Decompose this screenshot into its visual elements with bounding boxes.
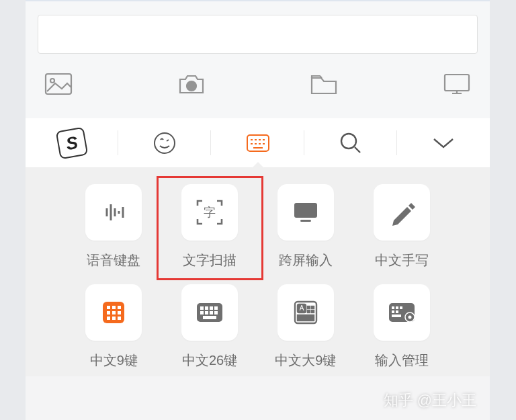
svg-text:A: A — [300, 304, 304, 312]
svg-rect-38 — [298, 319, 314, 321]
option-cross-screen[interactable]: 跨屏输入 — [258, 184, 354, 269]
svg-rect-35 — [308, 310, 310, 312]
sogou-logo-icon: S — [56, 126, 89, 159]
svg-rect-17 — [107, 317, 110, 320]
scan-char-icon: 字 — [181, 184, 238, 241]
option-input-manage[interactable]: 输入管理 — [353, 284, 449, 370]
svg-rect-37 — [298, 315, 314, 317]
svg-rect-40 — [392, 306, 394, 309]
search-tab[interactable] — [304, 118, 397, 167]
keyboard-icon — [246, 131, 270, 155]
grid9-icon — [85, 284, 142, 341]
option-chinese-9key[interactable]: 中文9键 — [66, 284, 162, 370]
svg-rect-43 — [392, 310, 394, 313]
chevron-down-icon — [431, 131, 456, 155]
folder-icon[interactable] — [310, 73, 338, 98]
app-screen: S 语音键盘 字 文字扫描 跨屏输入 中文手写 中文9键 中文26键 A 中文大… — [26, 0, 490, 420]
option-handwriting[interactable]: 中文手写 — [353, 184, 449, 269]
keyboard-icon — [181, 284, 238, 341]
option-text-scan[interactable]: 字 文字扫描 — [162, 184, 258, 269]
attachment-row — [26, 60, 490, 118]
svg-point-47 — [408, 316, 411, 319]
keyboard-tab[interactable] — [211, 118, 304, 167]
search-icon — [339, 131, 363, 155]
svg-rect-27 — [210, 311, 213, 314]
svg-rect-16 — [118, 311, 121, 314]
svg-point-6 — [341, 134, 356, 149]
camera-icon[interactable] — [177, 73, 206, 98]
text-input[interactable] — [38, 15, 478, 54]
svg-rect-33 — [308, 306, 310, 308]
svg-rect-12 — [112, 306, 116, 309]
svg-text:字: 字 — [204, 206, 216, 219]
svg-rect-28 — [214, 311, 218, 314]
svg-rect-45 — [392, 314, 401, 317]
monitor-icon[interactable] — [443, 73, 471, 98]
sogou-tab[interactable]: S — [26, 118, 118, 167]
svg-rect-8 — [294, 203, 317, 218]
svg-rect-18 — [112, 317, 116, 320]
svg-rect-41 — [396, 306, 398, 309]
option-label: 中文手写 — [375, 251, 429, 269]
input-area — [26, 15, 490, 60]
svg-rect-5 — [247, 135, 269, 151]
svg-point-1 — [50, 79, 54, 83]
svg-rect-13 — [118, 306, 121, 309]
option-chinese-big9[interactable]: A 中文大9键 — [258, 284, 354, 370]
ime-toolbar: S — [26, 118, 490, 168]
svg-rect-9 — [300, 220, 311, 222]
option-label: 语音键盘 — [87, 251, 140, 269]
svg-rect-44 — [396, 310, 398, 313]
keyboard-options-panel: 语音键盘 字 文字扫描 跨屏输入 中文手写 中文9键 中文26键 A 中文大9键… — [26, 168, 490, 376]
svg-rect-22 — [205, 306, 208, 310]
svg-rect-11 — [107, 306, 110, 309]
option-label: 跨屏输入 — [279, 251, 333, 269]
svg-rect-15 — [112, 311, 116, 314]
emoji-icon — [153, 131, 177, 155]
svg-rect-24 — [214, 306, 218, 310]
emoji-tab[interactable] — [118, 118, 211, 167]
svg-rect-23 — [210, 306, 213, 310]
svg-rect-26 — [205, 311, 208, 314]
svg-rect-36 — [312, 310, 314, 312]
pen-icon — [374, 184, 430, 241]
svg-rect-34 — [312, 306, 314, 308]
collapse-tab[interactable] — [397, 118, 490, 167]
option-label: 文字扫描 — [183, 251, 236, 269]
svg-rect-29 — [203, 316, 216, 319]
option-chinese-26key[interactable]: 中文26键 — [162, 284, 258, 370]
waveform-icon — [85, 184, 142, 241]
option-label: 输入管理 — [375, 351, 429, 370]
watermark: 知乎 @王小王 — [384, 390, 476, 411]
option-label: 中文9键 — [90, 351, 138, 370]
svg-rect-21 — [200, 306, 204, 310]
svg-rect-42 — [400, 306, 402, 309]
monitor-fill-icon — [277, 184, 334, 241]
svg-point-4 — [155, 133, 175, 153]
option-label: 中文大9键 — [275, 351, 336, 370]
option-label: 中文26键 — [182, 351, 237, 370]
keypad-a-icon: A — [277, 284, 334, 341]
svg-rect-25 — [200, 311, 204, 314]
keyboard-gear-icon — [374, 284, 430, 341]
svg-rect-19 — [118, 317, 121, 320]
svg-rect-3 — [445, 75, 469, 91]
svg-point-2 — [187, 81, 196, 91]
top-gap — [26, 0, 490, 15]
svg-rect-14 — [107, 311, 110, 314]
image-icon[interactable] — [44, 73, 73, 98]
option-voice-keyboard[interactable]: 语音键盘 — [66, 184, 162, 269]
